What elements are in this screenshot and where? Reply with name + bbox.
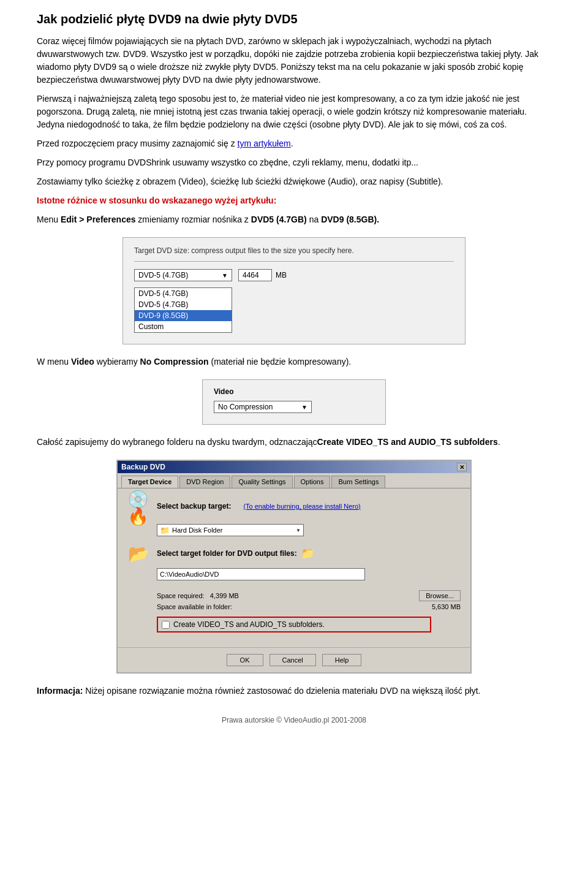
checkbox-label: Create VIDEO_TS and AUDIO_TS subfolders. — [173, 620, 325, 629]
para7-edit: Edit > Preferences — [61, 215, 136, 224]
browse-btn-wrapper: Browse... — [419, 590, 461, 601]
target-folder-label-row: 📂 Select target folder for DVD output fi… — [127, 542, 461, 564]
page-title: Jak podzielić płytę DVD9 na dwie płyty D… — [37, 12, 551, 26]
para7-before: Menu — [37, 215, 61, 224]
hard-disk-folder-label: Hard Disk Folder — [172, 526, 223, 534]
video-screenshot: Video No Compression ▼ — [202, 379, 386, 425]
tab-target-device[interactable]: Target Device — [121, 476, 178, 488]
info-label: Informacja: — [37, 686, 83, 696]
dvd-size-caption: Target DVD size: compress output files t… — [134, 246, 454, 255]
disk-icon: 💿🔥 — [127, 497, 149, 519]
para7-middle: zmieniamy rozmiar nośnika z — [135, 215, 251, 224]
path-value: C:\VideoAudio\DVD — [160, 571, 219, 578]
para9-before: Całość zapisujemy do wybranego folderu n… — [37, 437, 317, 447]
paragraph-3-after: . — [291, 139, 293, 148]
para9-bold: Create VIDEO_TS and AUDIO_TS subfolders — [317, 437, 498, 447]
dialog-content: 💿🔥 Select backup target: (To enable burn… — [118, 488, 470, 647]
article-link[interactable]: tym artykułem — [238, 139, 291, 148]
para7-dvd5: DVD5 (4.7GB) — [251, 215, 307, 224]
dvd-size-dropdown-value: DVD-5 (4.7GB) — [138, 271, 188, 279]
paragraph-7: Menu Edit > Preferences zmieniamy rozmia… — [37, 213, 551, 226]
dvd-option-1[interactable]: DVD-5 (4.7GB) — [135, 288, 232, 299]
checkbox-row[interactable]: Create VIDEO_TS and AUDIO_TS subfolders. — [157, 617, 431, 632]
space-required-label: Space required: — [157, 592, 205, 599]
nero-link[interactable]: (To enable burning, please install Nero) — [243, 503, 360, 510]
paragraph-9: Całość zapisujemy do wybranego folderu n… — [37, 436, 551, 449]
paragraph-3-before: Przed rozpoczęciem pracy musimy zaznajom… — [37, 139, 238, 148]
video-screenshot-container: Video No Compression ▼ — [37, 379, 551, 425]
close-icon: ✕ — [459, 464, 464, 471]
tab-options[interactable]: Options — [294, 476, 331, 488]
dvd-option-3[interactable]: DVD-9 (8.5GB) — [135, 310, 232, 321]
para8-after: (materiał nie będzie kompresowany). — [209, 357, 352, 367]
dvd-option-2[interactable]: DVD-5 (4.7GB) — [135, 299, 232, 310]
space-available-value: 5,630 MB — [432, 603, 461, 610]
combo-dropdown-arrow: ▼ — [296, 528, 301, 533]
para8-middle: wybieramy — [94, 357, 140, 367]
para8-before: W menu — [37, 357, 71, 367]
video-label: Video — [214, 387, 374, 396]
tab-quality-settings[interactable]: Quality Settings — [232, 476, 292, 488]
paragraph-4: Przy pomocy programu DVDShrink usuwamy w… — [37, 156, 551, 169]
mb-value: 4464 — [243, 271, 259, 279]
footer-text: Prawa autorskie © VideoAudio.pl 2001-200… — [222, 716, 366, 724]
dvd-size-screenshot: Target DVD size: compress output files t… — [123, 237, 466, 344]
video-dropdown-value: No Compression — [218, 403, 273, 411]
folder-large-icon: 📂 — [127, 542, 149, 564]
tab-dvd-region[interactable]: DVD Region — [179, 476, 230, 488]
paragraph-2: Pierwszą i najważniejszą zaletą tego spo… — [37, 93, 551, 131]
video-dropdown-arrow: ▼ — [301, 404, 307, 411]
help-button[interactable]: Help — [322, 654, 362, 666]
folder-icon-large: 📂 — [128, 544, 149, 564]
target-folder-section: 📂 Select target folder for DVD output fi… — [127, 542, 461, 585]
paragraph-5: Zostawiamy tylko ścieżkę z obrazem (Vide… — [37, 175, 551, 188]
ok-button[interactable]: OK — [227, 654, 263, 666]
folder-icon: 📁 — [160, 526, 170, 535]
path-input[interactable]: C:\VideoAudio\DVD — [157, 568, 365, 580]
browse-button[interactable]: Browse... — [419, 590, 461, 601]
para7-dvd9: DVD9 (8.5GB). — [321, 215, 379, 224]
backup-dialog: Backup DVD ✕ Target Device DVD Region Qu… — [116, 460, 472, 674]
create-subfolders-checkbox[interactable] — [162, 621, 170, 629]
backup-target-info: Select backup target: (To enable burning… — [157, 502, 361, 514]
dvd-option-4[interactable]: Custom — [135, 321, 232, 332]
backup-dialog-container: Backup DVD ✕ Target Device DVD Region Qu… — [37, 460, 551, 674]
paragraph-6: Istotne różnice w stosunku do wskazanego… — [37, 194, 551, 207]
dvd-size-dropdown[interactable]: DVD-5 (4.7GB) ▼ — [134, 269, 232, 281]
mb-field[interactable]: 4464 — [238, 269, 272, 281]
footer: Prawa autorskie © VideoAudio.pl 2001-200… — [37, 716, 551, 724]
mb-label: MB — [276, 271, 287, 279]
para8-video: Video — [71, 357, 94, 367]
dialog-title: Backup DVD — [121, 463, 165, 471]
hard-disk-folder-row: 📁 Hard Disk Folder ▼ — [157, 524, 461, 536]
paragraph-3: Przed rozpoczęciem pracy musimy zaznajom… — [37, 137, 551, 150]
info-text: Niżej opisane rozwiązanie można również … — [83, 686, 480, 696]
dialog-close-button[interactable]: ✕ — [457, 463, 467, 471]
dvd-fire-icon: 💿🔥 — [127, 491, 149, 525]
dialog-title-bar: Backup DVD ✕ — [118, 461, 470, 473]
paragraph-10: Informacja: Niżej opisane rozwiązanie mo… — [37, 685, 551, 697]
folder-browse-icon[interactable]: 📁 — [301, 547, 314, 560]
dialog-tabs: Target Device DVD Region Quality Setting… — [118, 473, 470, 488]
select-backup-target-label: Select backup target: — [157, 502, 231, 511]
space-required-value: 4,399 MB — [210, 592, 239, 599]
space-available-row: Space available in folder: 5,630 MB — [157, 603, 461, 610]
space-required-row: Space required: 4,399 MB Browse... — [157, 590, 461, 601]
cancel-button[interactable]: Cancel — [270, 654, 316, 666]
para8-no-compression: No Compression — [140, 357, 209, 367]
para9-after: . — [498, 437, 500, 447]
para7-on: na — [307, 215, 321, 224]
video-dropdown[interactable]: No Compression ▼ — [214, 401, 312, 413]
dvd-size-dropdown-arrow: ▼ — [222, 272, 228, 279]
space-available-label: Space available in folder: — [157, 603, 232, 610]
paragraph-8: W menu Video wybieramy No Compression (m… — [37, 355, 551, 368]
dialog-footer: OK Cancel Help — [118, 647, 470, 672]
backup-target-row: 💿🔥 Select backup target: (To enable burn… — [127, 497, 461, 519]
dvd-size-dropdown-list: DVD-5 (4.7GB) DVD-5 (4.7GB) DVD-9 (8.5GB… — [134, 287, 232, 333]
dvd-size-screenshot-container: Target DVD size: compress output files t… — [37, 237, 551, 344]
select-target-folder-label: Select target folder for DVD output file… — [157, 549, 297, 558]
hard-disk-folder-combo[interactable]: 📁 Hard Disk Folder ▼ — [157, 524, 304, 536]
red-bold-text: Istotne różnice w stosunku do wskazanego… — [37, 196, 276, 205]
tab-burn-settings[interactable]: Burn Settings — [331, 476, 385, 488]
paragraph-1: Coraz więcej filmów pojawiających sie na… — [37, 35, 551, 86]
